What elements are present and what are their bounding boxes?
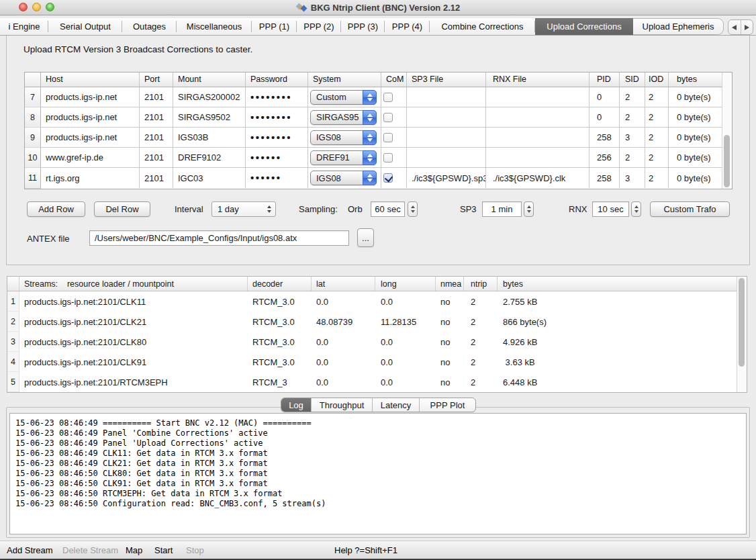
tab-log[interactable]: Log bbox=[281, 398, 311, 412]
map-button[interactable]: Map bbox=[126, 545, 142, 555]
interval-dropdown[interactable]: 1 day bbox=[211, 201, 276, 217]
sid-cell[interactable]: 3 bbox=[620, 128, 645, 147]
bytes-cell[interactable]: 0 byte(s) bbox=[669, 87, 722, 107]
col-password[interactable]: Password bbox=[246, 73, 308, 87]
add-row-button[interactable]: Add Row bbox=[27, 201, 85, 217]
host-cell[interactable]: rt.igs.org bbox=[41, 168, 140, 188]
col-sid[interactable]: SID bbox=[620, 73, 645, 87]
bytes-cell[interactable]: 0 byte(s) bbox=[669, 107, 722, 127]
pid-cell[interactable]: 258 bbox=[589, 168, 620, 188]
sp3-file-cell[interactable] bbox=[407, 87, 486, 107]
tab-engine[interactable]: i Engine bbox=[0, 18, 48, 35]
col-streams-mountpoint[interactable]: Streams: resource loader / mountpoint bbox=[19, 277, 248, 291]
bytes-cell[interactable]: 0 byte(s) bbox=[669, 148, 722, 167]
sp3-spinner[interactable] bbox=[524, 201, 534, 217]
port-cell[interactable]: 2101 bbox=[140, 107, 173, 127]
bytes-cell[interactable]: 0 byte(s) bbox=[669, 128, 722, 147]
col-host[interactable]: Host bbox=[41, 73, 140, 87]
host-cell[interactable]: products.igs-ip.net bbox=[41, 128, 140, 147]
mount-cell[interactable]: IGC03 bbox=[173, 168, 246, 188]
sid-cell[interactable]: 2 bbox=[620, 107, 645, 127]
rnx-sampling-field[interactable]: 10 sec bbox=[592, 201, 629, 217]
port-cell[interactable]: 2101 bbox=[140, 87, 173, 107]
stream-row[interactable]: 2products.igs-ip.net:2101/CLK21RTCM_3.04… bbox=[7, 312, 747, 332]
col-pid[interactable]: PID bbox=[589, 73, 620, 87]
port-cell[interactable]: 2101 bbox=[140, 168, 173, 188]
tab-ppp-plot[interactable]: PPP Plot bbox=[419, 398, 475, 412]
add-stream-button[interactable]: Add Stream bbox=[7, 545, 53, 555]
scrollbar-thumb[interactable] bbox=[739, 278, 745, 367]
sid-cell[interactable]: 3 bbox=[620, 168, 645, 188]
zoom-button[interactable] bbox=[46, 3, 54, 11]
col-com[interactable]: CoM bbox=[381, 73, 407, 87]
system-dropdown[interactable]: IGS08 bbox=[310, 130, 377, 145]
bytes-cell[interactable]: 0 byte(s) bbox=[669, 168, 722, 188]
system-dropdown[interactable]: Custom bbox=[310, 90, 377, 105]
sp3-file-cell[interactable] bbox=[407, 128, 486, 147]
tab-miscellaneous[interactable]: Miscellaneous bbox=[177, 18, 252, 35]
com-checkbox[interactable] bbox=[383, 93, 393, 102]
col-nmea[interactable]: nmea bbox=[436, 277, 464, 291]
minimize-button[interactable] bbox=[32, 3, 41, 11]
sid-cell[interactable]: 2 bbox=[620, 148, 645, 167]
password-cell[interactable]: •••••••• bbox=[246, 128, 308, 147]
col-stream-bytes[interactable]: bytes bbox=[498, 277, 747, 291]
rnx-file-cell[interactable] bbox=[486, 87, 589, 107]
col-long[interactable]: long bbox=[375, 277, 436, 291]
host-cell[interactable]: www.gref-ip.de bbox=[41, 148, 140, 167]
rnx-spinner[interactable] bbox=[631, 201, 641, 217]
col-iod[interactable]: IOD bbox=[645, 73, 669, 87]
password-cell[interactable]: •••••• bbox=[246, 148, 308, 167]
col-port[interactable]: Port bbox=[140, 73, 173, 87]
pid-cell[interactable]: 258 bbox=[589, 128, 620, 147]
antex-browse-button[interactable]: ... bbox=[357, 228, 374, 247]
tab-scroll-right-button[interactable] bbox=[741, 20, 753, 34]
tab-serial-output[interactable]: Serial Output bbox=[48, 18, 122, 35]
pid-cell[interactable]: 256 bbox=[589, 148, 620, 167]
system-dropdown[interactable]: SIRGAS95 bbox=[310, 110, 377, 125]
password-cell[interactable]: •••••• bbox=[246, 168, 308, 188]
rnx-file-cell[interactable] bbox=[486, 148, 589, 167]
sp3-sampling-field[interactable]: 1 min bbox=[482, 201, 522, 217]
tab-ppp-1[interactable]: PPP (1) bbox=[252, 18, 297, 35]
rnx-file-cell[interactable] bbox=[486, 107, 589, 127]
password-cell[interactable]: •••••••• bbox=[246, 107, 308, 127]
tab-combine-corrections[interactable]: Combine Corrections bbox=[430, 18, 535, 35]
rnx-file-cell[interactable] bbox=[486, 128, 589, 147]
sp3-file-cell[interactable] bbox=[407, 107, 486, 127]
tab-ppp-2[interactable]: PPP (2) bbox=[297, 18, 341, 35]
upload-table-scrollbar[interactable] bbox=[722, 73, 732, 189]
sp3-file-cell[interactable] bbox=[407, 148, 486, 167]
custom-trafo-button[interactable]: Custom Trafo bbox=[650, 201, 730, 217]
system-dropdown[interactable]: DREF91 bbox=[310, 150, 377, 165]
stream-row[interactable]: 1products.igs-ip.net:2101/CLK11RTCM_3.00… bbox=[7, 291, 747, 312]
tab-ppp-3[interactable]: PPP (3) bbox=[341, 18, 385, 35]
password-cell[interactable]: •••••••• bbox=[246, 87, 308, 107]
col-mount[interactable]: Mount bbox=[173, 73, 246, 87]
col-sp3-file[interactable]: SP3 File bbox=[407, 73, 486, 87]
host-cell[interactable]: products.igs-ip.net bbox=[41, 87, 140, 107]
streams-table-scrollbar[interactable] bbox=[737, 277, 747, 392]
iod-cell[interactable]: 2 bbox=[645, 168, 669, 188]
start-button[interactable]: Start bbox=[154, 545, 173, 555]
tab-throughput[interactable]: Throughput bbox=[311, 398, 372, 412]
sp3-file-cell[interactable]: ./ic3${GPSWD}.sp3 bbox=[407, 168, 486, 188]
tab-outages[interactable]: Outages bbox=[122, 18, 177, 35]
iod-cell[interactable]: 2 bbox=[645, 87, 669, 107]
mount-cell[interactable]: IGS03B bbox=[173, 128, 246, 147]
scrollbar-thumb[interactable] bbox=[724, 135, 730, 187]
com-checkbox[interactable] bbox=[383, 113, 393, 122]
del-row-button[interactable]: Del Row bbox=[94, 201, 150, 217]
col-system[interactable]: System bbox=[308, 73, 381, 87]
sid-cell[interactable]: 2 bbox=[620, 87, 645, 107]
iod-cell[interactable]: 2 bbox=[645, 148, 669, 167]
com-checkbox[interactable] bbox=[383, 153, 393, 162]
tab-ppp-4[interactable]: PPP (4) bbox=[385, 18, 430, 35]
col-rnx-file[interactable]: RNX File bbox=[486, 73, 589, 87]
log-output[interactable]: 15-06-23 08:46:49 ========== Start BNC v… bbox=[9, 413, 747, 534]
tab-upload-ephemeris[interactable]: Upload Ephemeris bbox=[633, 18, 724, 35]
close-button[interactable] bbox=[19, 3, 28, 11]
rnx-file-cell[interactable]: ./ic3${GPSWD}.clk bbox=[486, 168, 589, 188]
tab-latency[interactable]: Latency bbox=[372, 398, 419, 412]
stream-row[interactable]: 5products.igs-ip.net:2101/RTCM3EPHRTCM_3… bbox=[7, 372, 747, 392]
